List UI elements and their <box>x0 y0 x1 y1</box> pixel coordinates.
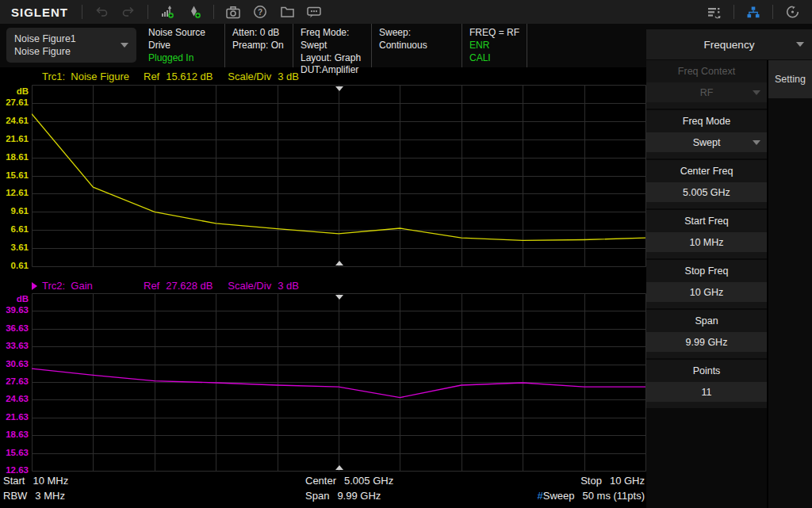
stop-freq-value[interactable]: 10 GHz <box>646 282 767 302</box>
span-value[interactable]: 9.99 GHz <box>646 332 767 352</box>
trace1-title: Trc1: Noise Figure <box>42 71 144 82</box>
trace2-scale-label: Scale/Div <box>228 280 271 292</box>
panel-controls: Freq Context RF Freq Mode Swept <box>646 60 767 508</box>
toolbar-separator <box>733 5 734 19</box>
panel-menu-header[interactable]: Frequency <box>646 29 812 59</box>
right-panel: Frequency Freq Context RF Freq Mode <box>646 24 812 508</box>
freq-mode-value[interactable]: Swept <box>646 132 767 152</box>
chevron-down-icon <box>121 43 128 48</box>
trace2-scale-value: 3 dB <box>278 280 299 292</box>
points-label: Points <box>646 365 767 376</box>
chart-canvas <box>32 85 646 267</box>
chevron-down-icon <box>753 140 760 145</box>
trace1-ref-label: Ref <box>144 71 159 82</box>
trace1-header: Trc1: Noise Figure Ref 15.612 dB Scale/D… <box>0 67 646 85</box>
points-value[interactable]: 11 <box>646 382 767 402</box>
task-list-icon[interactable] <box>701 0 728 24</box>
main-row: Noise Figure1 Noise Figure Noise Source … <box>0 24 812 508</box>
trace2-header: Trc2: Gain Ref 27.628 dB Scale/Div 3 dB <box>0 278 646 293</box>
y-axis-tick: 30.63 <box>6 357 29 370</box>
center-freq-marker-top <box>335 295 343 300</box>
y-axis-tick: 15.63 <box>6 446 29 459</box>
trace2-ref-label: Ref <box>144 280 159 292</box>
undo-icon[interactable] <box>88 0 115 24</box>
stop-sweep-info: Stop10 GHz #Sweep50 ms (11pts) <box>538 473 645 503</box>
center-freq-marker-bottom <box>335 465 343 470</box>
freq-mode-label: Freq Mode <box>646 116 767 127</box>
gain-y-axis: dB39.6336.6333.6330.6327.6324.6321.6318.… <box>0 293 32 472</box>
sweep-info-bar: Start10 MHz RBW3 MHz Center5.005 GHz Spa… <box>0 472 646 504</box>
noise-figure-chart: dB27.6124.6121.6118.6115.6112.619.616.61… <box>0 85 646 267</box>
points-group: Points 11 <box>646 360 767 408</box>
start-freq-label: Start Freq <box>646 216 767 227</box>
add-marker-icon[interactable] <box>181 0 208 24</box>
freq-context-label: Freq Context <box>646 66 767 77</box>
y-axis-tick: 27.63 <box>6 375 29 388</box>
y-axis-tick: 21.63 <box>6 411 29 423</box>
freq-context-value[interactable]: RF <box>646 82 767 102</box>
add-trace-icon[interactable] <box>154 0 181 24</box>
y-axis-tick: 18.63 <box>6 428 29 441</box>
start-freq-group: Start Freq 10 MHz <box>646 210 767 258</box>
y-axis-tick: 9.61 <box>11 204 29 217</box>
noise-figure-analyzer-app: SIGLENT <box>0 0 812 508</box>
svg-text:?: ? <box>258 8 262 17</box>
span-group: Span 9.99 GHz <box>646 310 767 358</box>
active-trace-icon <box>32 282 42 290</box>
span-label: Span <box>646 315 767 327</box>
center-freq-value[interactable]: 5.005 GHz <box>646 182 767 202</box>
measurement-area: Noise Figure1 Noise Figure Noise Source … <box>0 24 646 508</box>
stop-freq-group: Stop Freq 10 GHz <box>646 260 767 308</box>
panel-tab-strip: Setting <box>767 60 812 508</box>
y-axis-tick: 15.61 <box>6 169 29 181</box>
chart-gap <box>0 267 646 278</box>
help-icon[interactable]: ? <box>247 0 274 24</box>
y-axis-tick: 21.61 <box>6 132 29 145</box>
message-icon[interactable] <box>301 0 327 24</box>
center-freq-label: Center Freq <box>646 166 767 177</box>
trace2-ref-value: 27.628 dB <box>166 280 216 292</box>
measurement-selector-label: Noise Figure1 Noise Figure <box>14 32 121 59</box>
panel-menu-title: Frequency <box>704 39 755 51</box>
screenshot-icon[interactable] <box>220 0 247 24</box>
gain-chart: dB39.6336.6333.6330.6327.6324.6321.6318.… <box>0 293 646 472</box>
status-bar: Noise Figure1 Noise Figure Noise Source … <box>0 24 646 67</box>
noise-figure-plot[interactable] <box>32 85 646 267</box>
y-axis-tick: 24.63 <box>6 392 29 405</box>
status-cell-sweep: Sweep: Continuous <box>372 24 462 67</box>
center-freq-marker-bottom <box>335 261 343 265</box>
status-cell-atten-preamp: Atten: 0 dB Preamp: On <box>225 24 293 67</box>
tab-setting[interactable]: Setting <box>768 60 812 98</box>
gain-plot[interactable] <box>32 293 646 472</box>
toolbar-separator <box>82 5 82 19</box>
y-axis-tick: 24.61 <box>6 114 29 127</box>
chart-canvas <box>32 293 646 472</box>
start-freq-value[interactable]: 10 MHz <box>646 232 767 252</box>
trace1-ref-value: 15.612 dB <box>166 71 216 82</box>
redo-icon[interactable] <box>115 0 142 24</box>
measurement-selector[interactable]: Noise Figure1 Noise Figure <box>6 28 136 63</box>
start-rbw-info: Start10 MHz RBW3 MHz <box>3 473 68 503</box>
toolbar-separator <box>147 5 148 19</box>
noise-figure-y-axis: dB27.6124.6121.6118.6115.6112.619.616.61… <box>0 85 32 267</box>
y-axis-tick: 18.61 <box>6 151 29 163</box>
center-freq-group: Center Freq 5.005 GHz <box>646 160 767 208</box>
toolbar: SIGLENT <box>0 0 812 24</box>
y-axis-tick: 0.61 <box>11 259 29 272</box>
y-axis-tick: 33.63 <box>6 339 29 352</box>
status-cell-mode-layout-dut: Freq Mode: Swept Layout: Graph DUT:Ampli… <box>293 24 372 67</box>
trace1-scale-label: Scale/Div <box>228 71 271 82</box>
siglent-logo: SIGLENT <box>11 6 68 19</box>
y-axis-tick: 36.63 <box>6 322 29 334</box>
trace2-title: Trc2: Gain <box>42 280 144 292</box>
status-cell-noise-source: Noise Source Drive Plugged In <box>141 24 225 67</box>
network-icon[interactable] <box>740 0 767 24</box>
panel-body: Freq Context RF Freq Mode Swept <box>646 60 812 508</box>
file-icon[interactable] <box>274 0 301 24</box>
freq-mode-group: Freq Mode Swept <box>646 110 767 159</box>
recall-icon[interactable] <box>779 0 806 24</box>
chevron-down-icon <box>796 42 804 47</box>
trace1-scale-value: 3 dB <box>278 71 299 82</box>
stop-freq-label: Stop Freq <box>646 265 767 277</box>
status-cell-freq-cal: FREQ = RF ENR CALI <box>462 24 527 67</box>
